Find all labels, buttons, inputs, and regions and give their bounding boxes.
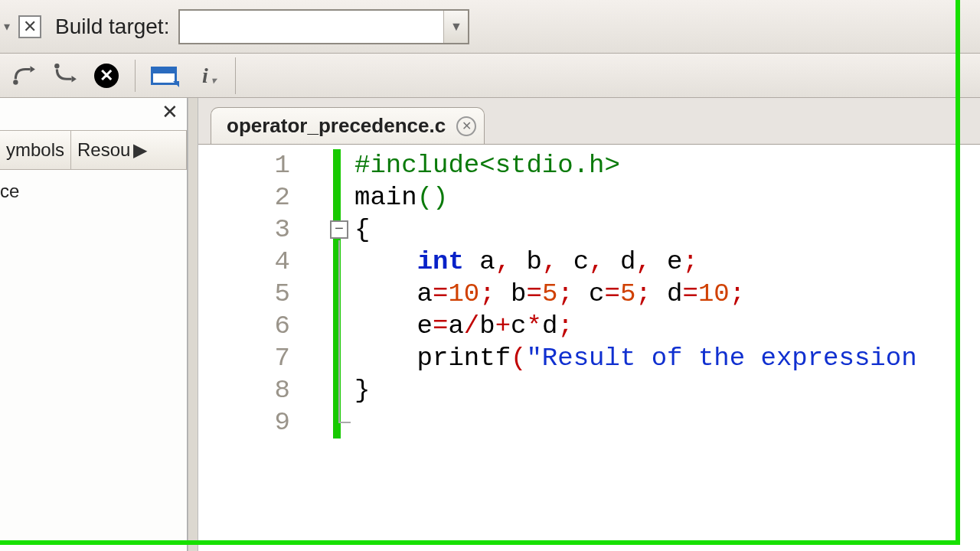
toolbar-separator bbox=[235, 57, 236, 94]
code-content[interactable]: #include<stdio.h>main(){ int a, b, c, d,… bbox=[354, 145, 980, 551]
info-icon: i▾ bbox=[202, 64, 208, 88]
sidebar-panel: ✕ ymbols Resou▶ ce bbox=[0, 98, 188, 551]
line-number: 2 bbox=[198, 181, 328, 214]
line-number: 1 bbox=[198, 149, 328, 181]
chevron-down-icon[interactable]: ▼ bbox=[443, 11, 468, 43]
file-tab[interactable]: operator_precedence.c ✕ bbox=[211, 107, 485, 144]
line-number: 3 bbox=[198, 214, 328, 246]
sidebar-body: ce bbox=[0, 170, 187, 551]
sidebar-tab-symbols[interactable]: ymbols bbox=[0, 131, 71, 169]
file-tab-bar: operator_precedence.c ✕ bbox=[198, 98, 980, 144]
line-number: 4 bbox=[198, 246, 328, 278]
line-number: 5 bbox=[198, 278, 328, 310]
step-out-icon[interactable] bbox=[8, 60, 40, 92]
line-number: 8 bbox=[198, 374, 328, 406]
file-tab-label: operator_precedence.c bbox=[227, 114, 446, 138]
code-line[interactable]: { bbox=[354, 214, 980, 246]
line-number: 9 bbox=[198, 406, 328, 439]
abort-button[interactable]: ✕ bbox=[18, 15, 41, 38]
toolbar-separator bbox=[135, 60, 136, 92]
vertical-splitter[interactable] bbox=[188, 98, 198, 551]
sidebar-tabs: ymbols Resou▶ bbox=[0, 130, 187, 170]
cancel-icon: ✕ bbox=[94, 64, 119, 88]
code-line[interactable] bbox=[354, 406, 980, 439]
sidebar-item[interactable]: ce bbox=[0, 178, 187, 205]
code-line[interactable]: a=10; b=5; c=5; d=10; bbox=[354, 278, 980, 310]
fold-end bbox=[338, 422, 351, 423]
build-toolbar: ▾ ✕ Build target: ▼ bbox=[0, 0, 980, 54]
line-gutter: 123456789 bbox=[198, 145, 328, 551]
sidebar-tab-resources[interactable]: Resou▶ bbox=[71, 131, 187, 169]
info-button[interactable]: i▾ bbox=[189, 60, 221, 92]
debug-window-button[interactable] bbox=[148, 60, 180, 92]
svg-point-0 bbox=[13, 80, 18, 84]
code-line[interactable]: } bbox=[354, 374, 980, 406]
code-line[interactable]: main() bbox=[354, 181, 980, 214]
code-line[interactable]: int a, b, c, d, e; bbox=[354, 246, 980, 278]
svg-point-1 bbox=[54, 64, 59, 68]
fold-column: − bbox=[328, 145, 354, 551]
close-icon[interactable]: ✕ bbox=[159, 101, 181, 122]
build-target-label: Build target: bbox=[55, 15, 169, 39]
fold-guide bbox=[338, 240, 340, 422]
build-target-combo[interactable]: ▼ bbox=[178, 9, 469, 44]
fold-toggle-icon[interactable]: − bbox=[330, 220, 348, 239]
code-line[interactable]: e=a/b+c*d; bbox=[354, 310, 980, 342]
line-number: 7 bbox=[198, 342, 328, 374]
code-line[interactable]: printf("Result of the expression bbox=[354, 342, 980, 374]
close-tab-icon[interactable]: ✕ bbox=[456, 116, 476, 136]
code-editor[interactable]: 123456789 − #include<stdio.h>main(){ int… bbox=[198, 144, 980, 551]
step-into-icon[interactable] bbox=[49, 60, 81, 92]
window-icon bbox=[151, 67, 177, 85]
editor-area: operator_precedence.c ✕ 123456789 − #inc… bbox=[198, 98, 980, 551]
toolbar-overflow-icon[interactable]: ▾ bbox=[0, 19, 14, 34]
code-line[interactable]: #include<stdio.h> bbox=[354, 149, 980, 181]
chevron-right-icon: ▶ bbox=[133, 139, 147, 161]
debug-toolbar: ✕ i▾ bbox=[0, 54, 980, 98]
stop-debug-button[interactable]: ✕ bbox=[90, 60, 122, 92]
main-area: ✕ ymbols Resou▶ ce operator_precedence.c… bbox=[0, 98, 980, 551]
line-number: 6 bbox=[198, 310, 328, 342]
